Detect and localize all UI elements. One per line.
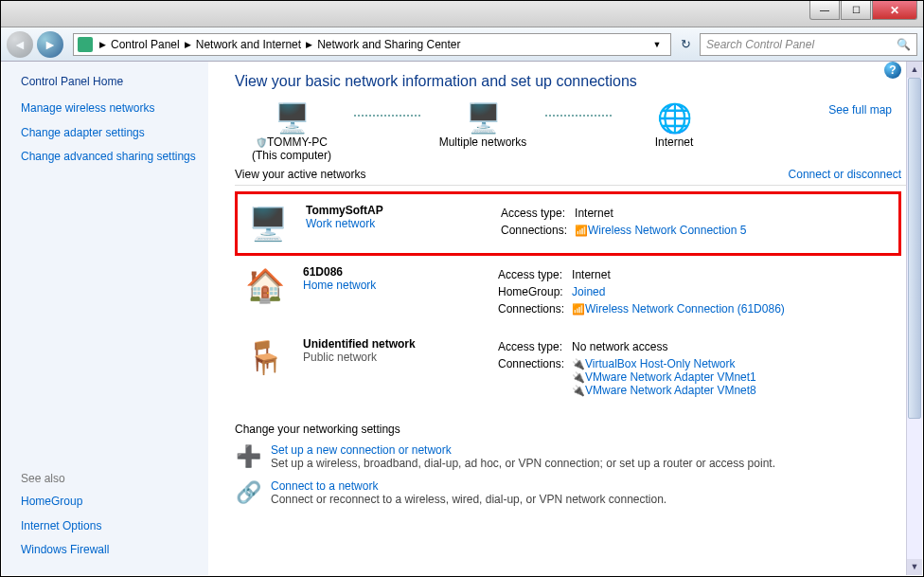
control-panel-icon (78, 37, 93, 52)
titlebar: — ☐ ✕ (1, 1, 923, 27)
connection-link[interactable]: VMware Network Adapter VMnet8 (585, 384, 756, 397)
connection-link[interactable]: VMware Network Adapter VMnet1 (585, 370, 756, 384)
refresh-button[interactable]: ↻ (675, 34, 696, 55)
multi-network-icon (463, 99, 503, 135)
page-heading: View your basic network information and … (235, 73, 913, 90)
home-network-icon (240, 265, 290, 305)
label-connections: Connections: (498, 301, 570, 316)
label-access-type: Access type: (498, 267, 570, 282)
chevron-right-icon: ▶ (303, 40, 315, 49)
label-connections: Connections: (498, 356, 570, 398)
signal-icon: 📶 (575, 225, 588, 237)
setting-desc: Set up a wireless, broadband, dial-up, a… (271, 457, 775, 470)
setting-title-link[interactable]: Set up a new connection or network (271, 443, 775, 457)
network-details: Access type:No network access Connection… (496, 337, 764, 400)
sidebar-link-internet-options[interactable]: Internet Options (21, 519, 199, 534)
breadcrumb-item[interactable]: Network and Internet (196, 38, 301, 51)
close-button[interactable]: ✕ (872, 1, 917, 20)
label-connections: Connections: (501, 223, 573, 238)
signal-icon: 📶 (572, 303, 585, 316)
value-access-type: No network access (572, 339, 762, 354)
network-map: See full map 🛡️TOMMY-PC (This computer) … (235, 99, 913, 162)
label-homegroup: HomeGroup: (498, 284, 570, 299)
homegroup-link[interactable]: Joined (572, 285, 605, 298)
scroll-down-button[interactable]: ▼ (907, 559, 922, 575)
chevron-down-icon[interactable]: ▼ (648, 40, 666, 49)
label-access-type: Access type: (501, 206, 573, 221)
chevron-right-icon: ▶ (97, 40, 109, 49)
settings-heading: Change your networking settings (235, 423, 913, 436)
setting-connect-network: Connect to a network Connect or reconnec… (235, 479, 913, 506)
shield-icon: 🛡️ (256, 137, 267, 148)
scrollbar[interactable]: ▲ ▼ (906, 62, 922, 575)
active-networks-label: View your active networks (235, 168, 366, 181)
map-mid-label: Multiple networks (439, 135, 527, 149)
adapter-icon: 🔌 (572, 371, 585, 384)
label-access-type: Access type: (498, 339, 570, 354)
map-internet-label: Internet (655, 135, 694, 149)
scroll-up-button[interactable]: ▲ (907, 62, 922, 78)
connection-link[interactable]: Wireless Network Connection 5 (588, 224, 746, 237)
connect-disconnect-link[interactable]: Connect or disconnect (789, 168, 901, 181)
map-pc-name: TOMMY-PC (267, 135, 328, 149)
see-also-label: See also (21, 472, 199, 485)
sidebar-link-firewall[interactable]: Windows Firewall (21, 543, 199, 558)
window: — ☐ ✕ ◄ ► ▶ Control Panel ▶ Network and … (0, 0, 924, 577)
search-input[interactable]: Search Control Panel 🔍 (700, 33, 917, 56)
back-button[interactable]: ◄ (7, 31, 33, 58)
value-access-type: Internet (572, 267, 791, 282)
network-name-block: TommySoftAP Work network (306, 204, 486, 243)
network-name: TommySoftAP (306, 204, 486, 217)
network-details: Access type:Internet Connections:📶Wirele… (499, 204, 754, 243)
setting-title-link[interactable]: Connect to a network (271, 479, 666, 493)
network-name: 61D086 (303, 265, 483, 279)
maximize-button[interactable]: ☐ (841, 1, 871, 20)
sidebar-link-wireless[interactable]: Manage wireless networks (21, 101, 199, 117)
network-row-61d086: 61D086 Home network Access type:Internet… (235, 256, 913, 328)
network-row-tommysoftap: TommySoftAP Work network Access type:Int… (235, 191, 901, 256)
sidebar-link-homegroup[interactable]: HomeGroup (21, 495, 199, 510)
main: ? View your basic network information an… (208, 62, 922, 575)
scroll-thumb[interactable] (908, 78, 921, 419)
map-multiple-networks: Multiple networks (426, 99, 540, 162)
adapter-icon: 🔌 (572, 358, 585, 370)
connect-network-icon (235, 479, 261, 506)
breadcrumb-item[interactable]: Network and Sharing Center (317, 38, 460, 51)
setting-new-connection: Set up a new connection or network Set u… (235, 443, 913, 470)
sidebar-link-sharing[interactable]: Change advanced sharing settings (21, 150, 199, 165)
minimize-button[interactable]: — (809, 1, 840, 20)
navbar: ◄ ► ▶ Control Panel ▶ Network and Intern… (1, 27, 923, 62)
public-network-icon (240, 337, 290, 377)
control-panel-home[interactable]: Control Panel Home (21, 75, 199, 88)
map-connector (545, 115, 612, 117)
pc-icon (272, 99, 311, 135)
globe-icon (654, 99, 694, 135)
help-icon[interactable]: ? (884, 62, 901, 79)
setting-desc: Connect or reconnect to a wireless, wire… (271, 493, 666, 506)
connection-link[interactable]: Wireless Network Connection (61D086) (585, 302, 785, 316)
network-name-block: 61D086 Home network (303, 265, 483, 318)
map-internet: Internet (617, 99, 731, 162)
network-type-link[interactable]: Home network (303, 279, 483, 292)
breadcrumb[interactable]: ▶ Control Panel ▶ Network and Internet ▶… (73, 33, 671, 56)
adapter-icon: 🔌 (572, 385, 585, 397)
sidebar-link-adapter[interactable]: Change adapter settings (21, 126, 199, 141)
breadcrumb-item[interactable]: Control Panel (111, 38, 180, 51)
work-network-icon (243, 204, 293, 243)
map-connector (354, 115, 420, 117)
see-full-map-link[interactable]: See full map (828, 103, 892, 117)
chevron-right-icon: ▶ (182, 40, 194, 49)
new-connection-icon (235, 443, 261, 470)
search-icon[interactable]: 🔍 (897, 38, 911, 51)
map-this-pc: 🛡️TOMMY-PC (This computer) (235, 99, 348, 162)
connection-link[interactable]: VirtualBox Host-Only Network (585, 357, 736, 370)
forward-button[interactable]: ► (37, 31, 63, 58)
value-access-type: Internet (575, 206, 752, 221)
sidebar: Control Panel Home Manage wireless netwo… (2, 62, 208, 575)
search-placeholder: Search Control Panel (706, 38, 814, 51)
map-pc-sub: (This computer) (252, 149, 331, 162)
body: Control Panel Home Manage wireless netwo… (2, 62, 922, 575)
network-type-label: Public network (303, 351, 483, 364)
network-type-link[interactable]: Work network (306, 217, 486, 230)
window-buttons: — ☐ ✕ (809, 1, 923, 20)
